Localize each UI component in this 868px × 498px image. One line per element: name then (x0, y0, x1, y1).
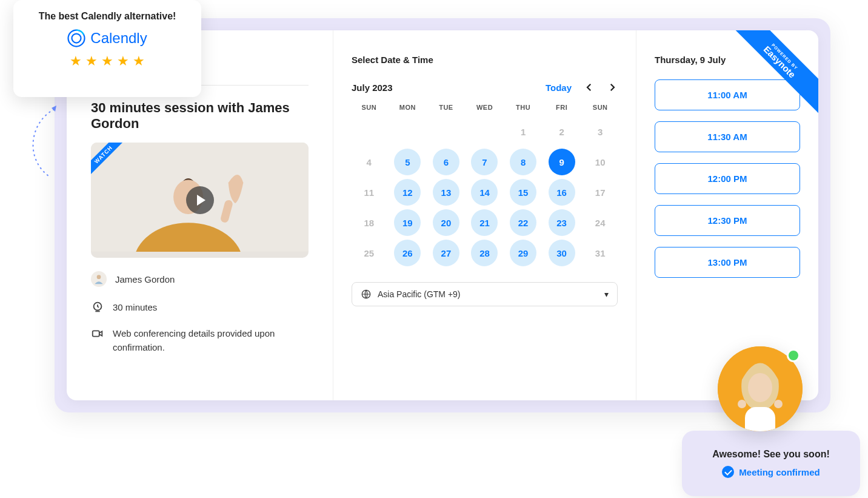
section-label: Select Date & Time (352, 55, 618, 65)
dow-label: FRI (544, 104, 579, 111)
calendar-day: 1 (506, 118, 541, 145)
avatar-icon (91, 271, 107, 287)
host-name: James Gordon (115, 274, 175, 284)
calendar-day: 3 (583, 118, 618, 145)
confirmation-callout: Awesome! See you soon! Meeting confirmed (686, 435, 856, 492)
powered-by-ribbon: POWERED BY Easynote (727, 30, 818, 121)
clock-icon (91, 300, 104, 314)
calendar-day[interactable]: 6 (433, 149, 459, 175)
next-month-icon[interactable] (607, 82, 618, 93)
calendar-day[interactable]: 28 (471, 240, 498, 266)
star-icon: ★ (85, 53, 98, 69)
calendar-day (352, 118, 387, 145)
calendar-day[interactable]: 26 (394, 240, 421, 266)
calendar-day[interactable]: 22 (510, 209, 536, 236)
duration-text: 30 minutes (113, 302, 157, 312)
svg-point-14 (738, 400, 746, 408)
calendar-day (390, 118, 426, 145)
calendly-text: Calendly (90, 30, 147, 47)
alternative-callout: The best Calendly alternative! Calendly … (13, 0, 201, 97)
session-title: 30 minutes session with James Gordon (91, 100, 309, 132)
calendar-day: 10 (583, 149, 618, 175)
time-slot[interactable]: 13:00 PM (655, 247, 800, 278)
calendar-day[interactable]: 12 (394, 179, 421, 206)
host-row: James Gordon (91, 271, 309, 287)
confirmed-row: Meeting confirmed (699, 466, 843, 478)
dow-label: SUN (352, 104, 387, 111)
svg-point-12 (748, 373, 772, 402)
calendar-day: 4 (352, 149, 387, 175)
today-button[interactable]: Today (546, 82, 572, 93)
calendar-day[interactable]: 23 (549, 209, 575, 236)
calendar-day[interactable]: 15 (510, 179, 536, 206)
dow-label: THU (506, 104, 541, 111)
svg-rect-6 (93, 331, 99, 336)
star-icon: ★ (70, 53, 82, 69)
calendar-day: 11 (352, 179, 387, 206)
online-status-icon (787, 349, 800, 362)
calendar-day: 25 (352, 240, 387, 266)
svg-point-15 (774, 400, 783, 408)
calendar-day[interactable]: 9 (549, 149, 575, 175)
calendar-day[interactable]: 30 (549, 240, 575, 266)
star-icon: ★ (133, 53, 145, 69)
calendar-day: 24 (583, 209, 618, 236)
duration-row: 30 minutes (91, 300, 309, 314)
dow-label: MON (390, 104, 426, 111)
awesome-title: Awesome! See you soon! (699, 449, 843, 460)
intro-video[interactable]: WATCH (91, 143, 309, 258)
calendar-day: 18 (352, 209, 387, 236)
calendar-header: July 2023 Today (352, 82, 618, 93)
time-slot[interactable]: 12:00 PM (655, 163, 800, 194)
calendar-day: 2 (544, 118, 579, 145)
calendar-day: 17 (583, 179, 618, 206)
calendar-day[interactable]: 14 (471, 179, 498, 206)
star-icon: ★ (117, 53, 129, 69)
calendar-day[interactable]: 5 (394, 149, 421, 175)
calendar-grid: 1234567891011121314151617181920212223242… (352, 118, 618, 266)
confirmed-text: Meeting confirmed (739, 467, 820, 477)
time-slot[interactable]: 11:30 AM (655, 121, 800, 152)
calendar-day (467, 118, 502, 145)
dow-label: WED (467, 104, 502, 111)
svg-point-4 (97, 275, 101, 279)
month-label: July 2023 (352, 82, 393, 93)
conferencing-text: Web conferencing details provided upon c… (113, 327, 309, 354)
timezone-select[interactable]: Asia Pacific (GTM +9) ▾ (352, 282, 618, 306)
calendar-panel: Select Date & Time July 2023 Today SUNMO… (333, 30, 636, 400)
calendly-icon (67, 29, 85, 47)
caret-down-icon: ▾ (604, 289, 609, 299)
calendar-day[interactable]: 29 (510, 240, 536, 266)
time-slot[interactable]: 12:30 PM (655, 205, 800, 236)
calendar-day: 31 (583, 240, 618, 266)
calendar-day[interactable]: 19 (394, 209, 421, 236)
svg-rect-13 (745, 407, 775, 431)
dow-row: SUNMONTUEWEDTHUFRISUN (352, 104, 618, 111)
prev-month-icon[interactable] (584, 82, 595, 93)
calendar-day[interactable]: 13 (433, 179, 459, 206)
play-icon[interactable] (186, 186, 214, 214)
slots-panel: POWERED BY Easynote Thursday, 9 July 11:… (636, 30, 818, 400)
calendar-day[interactable]: 20 (433, 209, 459, 236)
video-icon (91, 327, 104, 340)
star-icon: ★ (101, 53, 113, 69)
callout-title: The best Calendly alternative! (25, 11, 189, 22)
globe-icon (361, 289, 372, 300)
calendar-day[interactable]: 7 (471, 149, 498, 175)
dotted-arrow-icon (18, 103, 67, 188)
timezone-value: Asia Pacific (GTM +9) (378, 289, 461, 299)
star-rating: ★★★★★ (25, 53, 189, 69)
check-icon (722, 466, 734, 478)
conferencing-row: Web conferencing details provided upon c… (91, 327, 309, 354)
calendly-logo: Calendly (25, 29, 189, 47)
calendar-day (429, 118, 464, 145)
calendar-day[interactable]: 16 (549, 179, 575, 206)
calendar-day[interactable]: 8 (510, 149, 536, 175)
dow-label: TUE (429, 104, 464, 111)
dow-label: SUN (583, 104, 618, 111)
svg-point-9 (72, 34, 81, 43)
calendar-day[interactable]: 21 (471, 209, 498, 236)
calendar-day[interactable]: 27 (433, 240, 459, 266)
user-avatar-bubble (718, 346, 803, 431)
